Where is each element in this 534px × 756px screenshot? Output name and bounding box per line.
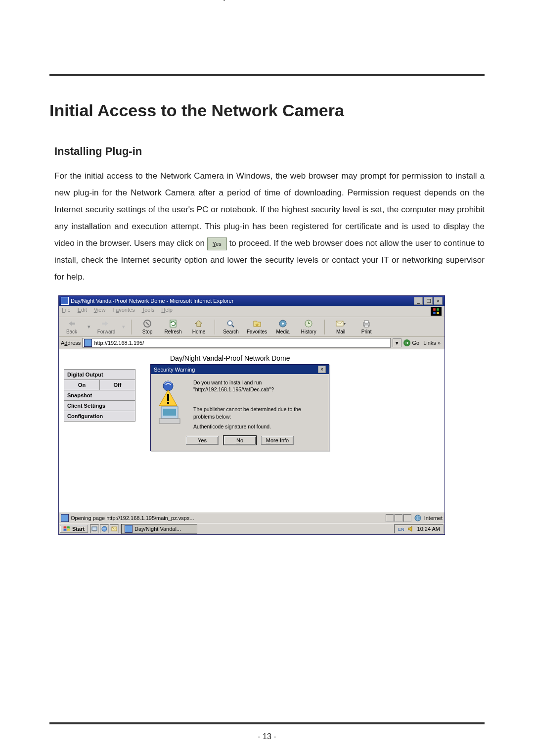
sidebar-configuration[interactable]: Configuration bbox=[64, 411, 135, 422]
menu-edit[interactable]: Edit bbox=[78, 307, 87, 316]
go-button[interactable]: ➜ Go bbox=[403, 339, 419, 346]
back-dropdown-icon[interactable]: ▾ bbox=[88, 324, 90, 330]
forward-label: Forward bbox=[97, 329, 116, 334]
sidebar-digital-output: Digital Output bbox=[64, 369, 135, 380]
tray-lang-icon[interactable]: EN bbox=[398, 525, 404, 532]
print-label: Print bbox=[361, 329, 372, 334]
svg-point-9 bbox=[282, 323, 284, 325]
menu-view[interactable]: View bbox=[94, 307, 106, 316]
svg-rect-17 bbox=[167, 394, 169, 401]
search-label: Search bbox=[223, 329, 239, 334]
history-button[interactable]: History bbox=[299, 319, 318, 334]
dialog-moreinfo-button[interactable]: More Info bbox=[261, 436, 294, 445]
top-rule bbox=[49, 74, 485, 76]
page-number: - 13 - bbox=[49, 729, 485, 756]
refresh-icon bbox=[168, 319, 178, 328]
minimize-button[interactable]: _ bbox=[414, 297, 423, 305]
home-button[interactable]: Home bbox=[189, 319, 209, 334]
ql-desktop-icon[interactable] bbox=[90, 524, 99, 533]
status-seg bbox=[386, 514, 394, 522]
back-icon bbox=[67, 319, 77, 328]
ql-outlook-icon[interactable] bbox=[110, 524, 119, 533]
print-icon bbox=[361, 319, 371, 328]
ie-titlebar: Day/Night Vandal-Proof Network Dome - Mi… bbox=[59, 296, 445, 306]
quicklaunch bbox=[90, 524, 119, 533]
sidebar-on-button[interactable]: On bbox=[64, 380, 100, 390]
stop-button[interactable]: Stop bbox=[137, 319, 157, 334]
refresh-button[interactable]: Refresh bbox=[163, 319, 183, 334]
restore-button[interactable]: ❐ bbox=[424, 297, 433, 305]
close-button[interactable]: × bbox=[434, 297, 443, 305]
svg-rect-14 bbox=[364, 325, 368, 327]
status-seg bbox=[395, 514, 402, 522]
back-button[interactable]: Back bbox=[62, 319, 82, 334]
dialog-close-button[interactable]: × bbox=[318, 366, 326, 373]
menu-tools[interactable]: Tools bbox=[142, 307, 155, 316]
fwd-dropdown-icon: ▾ bbox=[122, 324, 125, 330]
ql-ie-icon[interactable] bbox=[100, 524, 109, 533]
media-icon bbox=[278, 319, 288, 328]
menu-help[interactable]: Help bbox=[161, 307, 173, 316]
taskbar: Start Day/Night Vandal... EN 10:24 AM bbox=[59, 523, 445, 534]
svg-rect-20 bbox=[163, 409, 176, 416]
para-part1: For the initial access to the Network Ca… bbox=[54, 171, 485, 248]
camera-title: Day/Night Vandal-Proof Network Dome bbox=[170, 354, 290, 362]
stop-label: Stop bbox=[142, 329, 153, 334]
links-button[interactable]: Links » bbox=[421, 340, 443, 346]
menu-file[interactable]: File bbox=[62, 307, 71, 316]
body-paragraph: For the initial access to the Network Ca… bbox=[54, 168, 485, 285]
favorites-label: Favorites bbox=[247, 329, 267, 334]
tray-volume-icon[interactable] bbox=[407, 525, 414, 532]
refresh-label: Refresh bbox=[164, 329, 181, 334]
svg-rect-2 bbox=[433, 312, 436, 314]
dialog-line4: Authenticode signature not found. bbox=[193, 423, 323, 430]
print-button[interactable]: Print bbox=[356, 319, 376, 334]
dialog-yes-button[interactable]: Yes bbox=[186, 436, 219, 445]
dialog-title: Security Warning bbox=[154, 367, 195, 373]
forward-icon bbox=[101, 319, 111, 328]
start-button[interactable]: Start bbox=[60, 525, 88, 533]
svg-text:EN: EN bbox=[398, 527, 404, 532]
sidebar-client-settings[interactable]: Client Settings bbox=[64, 401, 135, 411]
yes-button-inline: Yes bbox=[207, 237, 227, 250]
go-icon: ➜ bbox=[403, 339, 410, 346]
address-field[interactable]: http://192.168.1.195/ bbox=[83, 338, 391, 348]
svg-rect-21 bbox=[159, 419, 180, 424]
menu-favorites[interactable]: Favorites bbox=[112, 307, 134, 316]
windows-flag-icon bbox=[63, 526, 70, 532]
status-seg bbox=[403, 514, 411, 522]
address-dropdown-icon[interactable]: ▾ bbox=[393, 338, 401, 347]
status-page-icon bbox=[61, 514, 69, 522]
favorites-button[interactable]: Favorites bbox=[247, 319, 267, 334]
mail-button[interactable]: ▾ Mail bbox=[331, 319, 351, 334]
media-label: Media bbox=[276, 329, 290, 334]
page-icon bbox=[84, 339, 92, 347]
warning-icon bbox=[157, 379, 186, 430]
internet-zone-icon bbox=[414, 515, 421, 521]
url-text: http://192.168.1.195/ bbox=[94, 340, 144, 346]
dialog-no-button[interactable]: No bbox=[223, 436, 256, 445]
bottom-rule bbox=[49, 722, 485, 724]
search-button[interactable]: Search bbox=[221, 319, 241, 334]
task-ie-icon bbox=[125, 525, 133, 533]
sidebar-snapshot[interactable]: Snapshot bbox=[64, 390, 135, 401]
svg-rect-24 bbox=[93, 530, 96, 531]
taskbar-task[interactable]: Day/Night Vandal... bbox=[121, 524, 197, 534]
history-icon bbox=[304, 319, 313, 328]
media-button[interactable]: Media bbox=[273, 319, 293, 334]
home-label: Home bbox=[192, 329, 206, 334]
sidebar-off-button[interactable]: Off bbox=[100, 380, 135, 390]
zone-label: Internet bbox=[424, 515, 443, 521]
toolbar-sep2 bbox=[215, 320, 215, 334]
dialog-line2: "http://192.168.1.195/VatDec.cab"? bbox=[193, 386, 323, 393]
system-tray: EN 10:24 AM bbox=[394, 524, 444, 533]
toolbar-sep3 bbox=[324, 320, 325, 334]
security-warning-dialog: Security Warning × bbox=[150, 364, 329, 451]
address-bar: Address http://192.168.1.195/ ▾ ➜ Go Lin… bbox=[59, 337, 445, 349]
history-label: History bbox=[301, 329, 316, 334]
ie-toolbar: Back ▾ Forward ▾ Stop Refresh bbox=[59, 317, 445, 337]
toolbar-sep bbox=[131, 320, 132, 334]
cursor-icon bbox=[220, 0, 228, 2]
window-title: Day/Night Vandal-Proof Network Dome - Mi… bbox=[71, 298, 233, 304]
section-heading: Installing Plug-in bbox=[54, 145, 485, 158]
